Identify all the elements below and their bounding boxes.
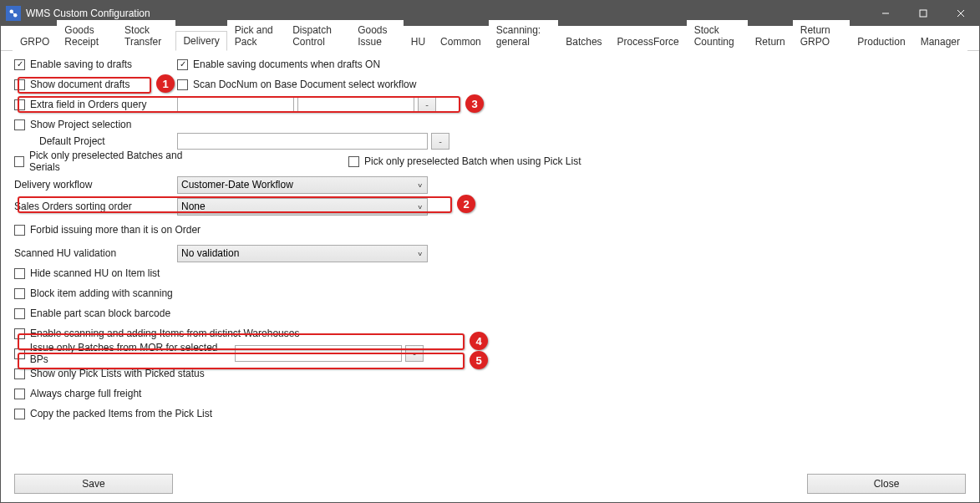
window-controls [866,1,979,26]
enable-saving-drafts[interactable]: Enable saving to drafts [14,58,177,70]
sales-orders-sorting-select[interactable]: None [177,198,428,216]
checkbox-icon [14,348,25,359]
extra-field-picker[interactable]: - [418,96,436,113]
sales-orders-sorting-label: Sales Orders sorting order [14,201,177,212]
tab-goods-issue[interactable]: Goods Issue [350,20,404,51]
default-project-picker[interactable]: - [431,133,449,150]
checkbox-icon [177,59,188,70]
show-only-pick-lists[interactable]: Show only Pick Lists with Picked status [14,368,205,379]
checkbox-icon [348,156,359,167]
pick-preselected-batch-picklist[interactable]: Pick only preselected Batch when using P… [348,155,581,167]
tab-goods-receipt[interactable]: Goods Receipt [57,20,117,51]
close-button[interactable]: Close [807,474,966,494]
default-project-label: Default Project [39,135,177,147]
show-document-drafts[interactable]: Show document drafts [14,79,177,90]
enable-part-scan[interactable]: Enable part scan block barcode [14,307,170,319]
tab-production[interactable]: Production [850,32,912,51]
checkbox-icon [14,328,25,339]
app-icon [6,6,21,21]
footer: Save Close [14,474,966,494]
always-charge-full-freight[interactable]: Always charge full freight [14,388,141,399]
scan-docnum[interactable]: Scan DocNum on Base Document select work… [177,79,416,90]
checkbox-icon [177,79,188,90]
checkbox-icon [14,79,25,90]
hide-scanned-hu[interactable]: Hide scanned HU on Item list [14,267,160,279]
delivery-panel: Enable saving to drafts Enable saving do… [14,54,966,460]
pick-preselected-batches[interactable]: Pick only preselected Batches and Serial… [14,150,198,173]
checkbox-icon [14,59,25,70]
mor-bp-input[interactable] [235,345,402,362]
tab-hu[interactable]: HU [404,32,433,51]
enable-saving-documents[interactable]: Enable saving documents when drafts ON [177,58,380,70]
window-title: WMS Custom Configuration [26,8,150,19]
default-project-input[interactable] [177,133,428,150]
tab-dispatch-control[interactable]: Dispatch Control [285,20,350,51]
checkbox-icon [14,119,25,130]
extra-field-2[interactable] [297,96,414,113]
close-window-button[interactable] [942,1,979,26]
checkbox-icon [14,288,25,299]
scanned-hu-validation-select[interactable]: No validation [177,245,428,262]
enable-scanning-distinct[interactable]: Enable scanning and adding Items from di… [14,328,299,339]
tab-common[interactable]: Common [433,32,489,51]
delivery-workflow-label: Delivery workflow [14,179,177,191]
tab-pick-and-pack[interactable]: Pick and Pack [227,20,285,51]
block-item-adding[interactable]: Block item adding with scanning [14,287,173,299]
checkbox-icon [14,99,25,110]
minimize-button[interactable] [866,1,904,26]
checkbox-icon [14,368,25,379]
forbid-issuing[interactable]: Forbid issuing more than it is on Order [14,224,201,236]
tab-delivery[interactable]: Delivery [175,31,226,51]
tab-grpo[interactable]: GRPO [13,32,57,51]
tab-manager[interactable]: Manager [913,32,967,51]
config-window: WMS Custom Configuration GRPO Goods Rece… [0,0,980,503]
tab-processforce[interactable]: ProcessForce [610,32,687,51]
tab-return[interactable]: Return [748,32,793,51]
extra-field-orders[interactable]: Extra field in Orders query [14,99,177,110]
tab-batches[interactable]: Batches [558,32,609,51]
mor-bp-picker[interactable]: - [405,345,424,362]
scanned-hu-validation-label: Scanned HU validation [14,247,177,259]
checkbox-icon [14,225,25,236]
tabstrip: GRPO Goods Receipt Stock Transfer Delive… [1,29,979,51]
checkbox-icon [14,308,25,319]
checkbox-icon [14,156,24,167]
tab-stock-transfer[interactable]: Stock Transfer [117,20,175,51]
save-button[interactable]: Save [14,474,173,494]
extra-field-1[interactable] [177,96,294,113]
show-project-selection[interactable]: Show Project selection [14,119,177,130]
maximize-button[interactable] [904,1,942,26]
tab-return-grpo[interactable]: Return GRPO [793,20,851,51]
checkbox-icon [14,409,25,419]
delivery-workflow-select[interactable]: Customer-Date Workflow [177,176,428,194]
checkbox-icon [14,389,25,399]
copy-packed-items[interactable]: Copy the packed Items from the Pick List [14,408,212,419]
checkbox-icon [14,268,25,279]
tab-stock-counting[interactable]: Stock Counting [687,20,748,51]
issue-only-batches-mor[interactable]: Issue only Batches from MOR for selected… [14,342,235,365]
svg-rect-3 [920,10,927,17]
tab-scanning-general[interactable]: Scanning: general [489,20,558,51]
